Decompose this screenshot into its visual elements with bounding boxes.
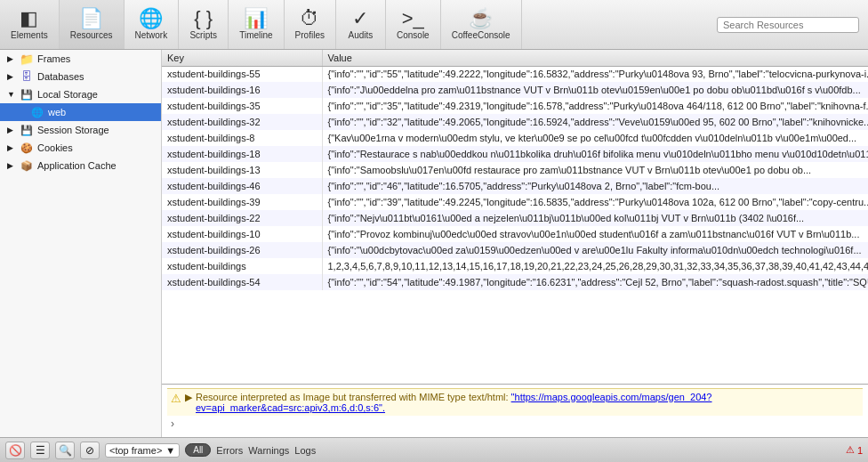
tab-network-label: Network: [135, 30, 168, 40]
table-row[interactable]: xstudent-buildings-18{"info":"Restaurace…: [162, 146, 868, 162]
table-row[interactable]: xstudent-buildings-39{"info":"","id":"39…: [162, 194, 868, 210]
table-cell-key: xstudent-buildings-13: [162, 162, 322, 178]
logs-label[interactable]: Logs: [294, 445, 316, 456]
table-cell-value: {"info":"Provoz kombinuj\u00edc\u00ed st…: [322, 226, 868, 242]
profiles-icon: ⏱: [300, 9, 319, 28]
table-cell-key: xstudent-buildings-18: [162, 146, 322, 162]
db-icon: 🗄: [20, 70, 34, 83]
table-cell-key: xstudent-buildings-32: [162, 114, 322, 130]
storage-icon: 💾: [20, 88, 34, 101]
table-row[interactable]: xstudent-buildings-16{"info":"J\u00eddel…: [162, 82, 868, 98]
table-cell-key: xstudent-buildings-26: [162, 242, 322, 258]
app-cache-icon: 📦: [20, 159, 34, 172]
tab-console-label: Console: [397, 30, 430, 40]
frame-select[interactable]: <top frame> ▼: [105, 443, 180, 458]
table-row[interactable]: xstudent-buildings-8{"Kav\u00e1rna v mod…: [162, 130, 868, 146]
clear-button[interactable]: 🚫: [5, 442, 25, 459]
console-prompt[interactable]: ›: [167, 416, 863, 432]
sidebar-item-web[interactable]: 🌐 web: [0, 103, 161, 121]
search-box[interactable]: [717, 17, 859, 33]
warning-triangle: ▶: [185, 392, 192, 403]
coffee-icon: ☕: [469, 9, 493, 28]
tab-profiles[interactable]: ⏱ Profiles: [285, 0, 336, 49]
scripts-icon: { }: [194, 9, 213, 28]
arrow-icon: ▼: [7, 90, 18, 99]
table-row[interactable]: xstudent-buildings-22{"info":"Nejv\u011b…: [162, 210, 868, 226]
tab-elements[interactable]: ◧ Elements: [0, 0, 60, 49]
tab-resources-label: Resources: [70, 30, 113, 40]
warnings-label[interactable]: Warnings: [248, 445, 289, 456]
table-cell-key: xstudent-buildings-54: [162, 274, 322, 290]
errors-label[interactable]: Errors: [216, 445, 243, 456]
tab-coffee[interactable]: ☕ CoffeeConsole: [441, 0, 522, 49]
table-row[interactable]: xstudent-buildings1,2,3,4,5,6,7,8,9,10,1…: [162, 258, 868, 274]
sidebar-item-session-storage[interactable]: ▶ 💾 Session Storage: [0, 121, 161, 139]
table-cell-key: xstudent-buildings-16: [162, 82, 322, 98]
table-row[interactable]: xstudent-buildings-26{"info":"\u00dcbyto…: [162, 242, 868, 258]
frame-select-label: <top frame>: [109, 445, 162, 456]
warning-message: Resource interpreted as Image but transf…: [196, 392, 859, 413]
sidebar-item-label: web: [48, 107, 66, 118]
tab-timeline[interactable]: 📊 Timeline: [229, 0, 284, 49]
table-row[interactable]: xstudent-buildings-55{"info":"","id":"55…: [162, 66, 868, 82]
resources-icon: 📄: [79, 9, 103, 28]
table-cell-value: {"info":"","id":"55","latitude":49.2222,…: [322, 66, 868, 82]
table-cell-key: xstudent-buildings-46: [162, 178, 322, 194]
block-button[interactable]: ⊘: [80, 442, 100, 459]
table-cell-value: {"info":"","id":"39","latitude":49.2245,…: [322, 194, 868, 210]
audits-icon: ✓: [352, 9, 368, 28]
tab-audits[interactable]: ✓ Audits: [336, 0, 386, 49]
sidebar-item-app-cache[interactable]: ▶ 📦 Application Cache: [0, 157, 161, 174]
tab-network[interactable]: 🌐 Network: [125, 0, 180, 49]
tab-resources[interactable]: 📄 Resources: [60, 0, 125, 49]
table-cell-key: xstudent-buildings-35: [162, 98, 322, 114]
error-count: 1: [857, 445, 863, 456]
filter-button[interactable]: ☰: [30, 442, 50, 459]
table-cell-value: {"Kav\u00e1rna v modern\u00edm stylu, ve…: [322, 130, 868, 146]
table-row[interactable]: xstudent-buildings-46{"info":"","id":"46…: [162, 178, 868, 194]
warning-icon: ⚠: [171, 392, 181, 405]
search-button[interactable]: 🔍: [55, 442, 75, 459]
storage-table[interactable]: Key Value xstudent-buildings-55{"info":"…: [162, 50, 868, 384]
tab-timeline-label: Timeline: [239, 30, 272, 40]
sidebar-item-label: Application Cache: [37, 160, 117, 171]
search-input[interactable]: [723, 20, 853, 30]
all-filter-button[interactable]: All: [185, 443, 211, 457]
table-cell-key: xstudent-buildings-39: [162, 194, 322, 210]
table-row[interactable]: xstudent-buildings-10{"info":"Provoz kom…: [162, 226, 868, 242]
tab-console[interactable]: >_ Console: [386, 0, 441, 49]
main-area: ▶ 📁 Frames ▶ 🗄 Databases ▼ 💾 Local Stora…: [0, 50, 868, 437]
table-row[interactable]: xstudent-buildings-35{"info":"","id":"35…: [162, 98, 868, 114]
toolbar: ◧ Elements 📄 Resources 🌐 Network { } Scr…: [0, 0, 868, 50]
data-table: Key Value xstudent-buildings-55{"info":"…: [162, 50, 868, 290]
table-cell-value: {"info":"","id":"32","latitude":49.2065,…: [322, 114, 868, 130]
table-cell-key: xstudent-buildings-55: [162, 66, 322, 82]
sidebar-item-cookies[interactable]: ▶ 🍪 Cookies: [0, 139, 161, 157]
table-row[interactable]: xstudent-buildings-32{"info":"","id":"32…: [162, 114, 868, 130]
tab-elements-label: Elements: [11, 30, 48, 40]
table-cell-key: xstudent-buildings: [162, 258, 322, 274]
sidebar-item-label: Local Storage: [37, 89, 98, 100]
tab-scripts-label: Scripts: [189, 30, 217, 40]
sidebar-item-databases[interactable]: ▶ 🗄 Databases: [0, 68, 161, 85]
error-icon: ⚠: [846, 444, 855, 456]
elements-icon: ◧: [20, 9, 38, 28]
tab-scripts[interactable]: { } Scripts: [179, 0, 229, 49]
console-icon: >_: [402, 9, 424, 28]
sidebar-item-label: Databases: [37, 71, 84, 82]
table-cell-value: 1,2,3,4,5,6,7,8,9,10,11,12,13,14,15,16,1…: [322, 258, 868, 274]
table-cell-value: {"info":"Samoobslu\u017en\u00fd restaura…: [322, 162, 868, 178]
arrow-icon: ▶: [7, 54, 18, 63]
arrow-icon: ▶: [7, 126, 18, 134]
web-icon: 🌐: [30, 106, 44, 118]
sidebar-item-local-storage[interactable]: ▼ 💾 Local Storage: [0, 85, 161, 103]
table-row[interactable]: xstudent-buildings-13{"info":"Samoobslu\…: [162, 162, 868, 178]
table-row[interactable]: xstudent-buildings-54{"info":"","id":"54…: [162, 274, 868, 290]
prompt-icon: ›: [171, 417, 174, 430]
bottom-bar: 🚫 ☰ 🔍 ⊘ <top frame> ▼ All Errors Warning…: [0, 437, 868, 462]
sidebar: ▶ 📁 Frames ▶ 🗄 Databases ▼ 💾 Local Stora…: [0, 50, 162, 437]
sidebar-item-frames[interactable]: ▶ 📁 Frames: [0, 50, 161, 68]
tab-coffee-label: CoffeeConsole: [452, 30, 510, 40]
arrow-icon: ▶: [7, 72, 18, 81]
table-cell-value: {"info":"\u00dcbytovac\u00ed za\u0159\u0…: [322, 242, 868, 258]
